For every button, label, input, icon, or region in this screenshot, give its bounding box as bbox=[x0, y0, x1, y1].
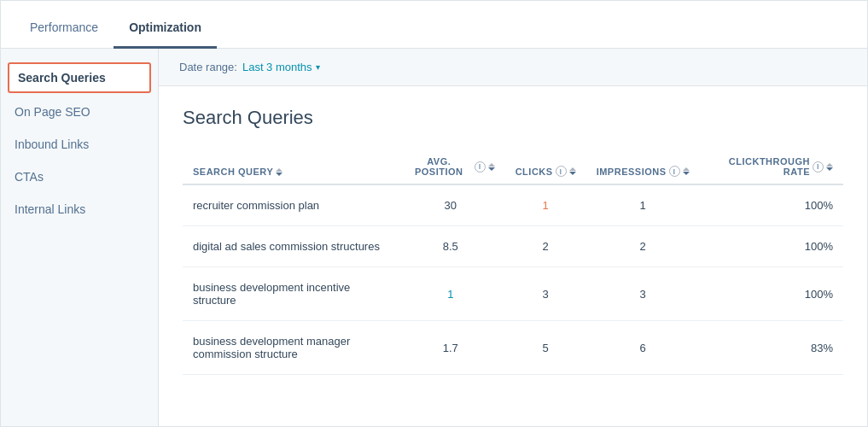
cell-impressions: 3 bbox=[586, 267, 700, 321]
tab-bar: Performance Optimization bbox=[1, 1, 867, 49]
sort-search-query-icon[interactable] bbox=[276, 168, 283, 176]
content-panel: Date range: Last 3 months ▾ Search Queri… bbox=[159, 49, 867, 426]
main-area: Search Queries On Page SEO Inbound Links… bbox=[1, 49, 867, 426]
table-area: Search Queries SEARCH QUERY bbox=[159, 86, 867, 426]
sidebar: Search Queries On Page SEO Inbound Links… bbox=[1, 49, 159, 426]
sort-clicks-icon[interactable] bbox=[569, 167, 576, 175]
date-range-bar: Date range: Last 3 months ▾ bbox=[159, 49, 867, 86]
cell-search-query: recruiter commission plan bbox=[183, 184, 396, 226]
cell-impressions: 2 bbox=[586, 226, 700, 267]
sidebar-item-on-page-seo[interactable]: On Page SEO bbox=[1, 97, 158, 127]
cell-clickthrough-rate: 100% bbox=[700, 226, 843, 267]
sidebar-item-inbound-links[interactable]: Inbound Links bbox=[1, 129, 158, 160]
cell-clickthrough-rate: 100% bbox=[700, 184, 843, 226]
clickthrough-info-icon[interactable]: i bbox=[813, 161, 824, 173]
sort-avg-position-icon[interactable] bbox=[488, 163, 495, 171]
sidebar-item-internal-links[interactable]: Internal Links bbox=[1, 194, 158, 225]
table-row: recruiter commission plan3011100% bbox=[183, 184, 843, 226]
cell-avg-position: 1 bbox=[396, 267, 505, 321]
tab-optimization[interactable]: Optimization bbox=[114, 9, 217, 49]
col-header-clicks: CLICKS i bbox=[505, 149, 586, 184]
date-range-label: Date range: bbox=[179, 61, 237, 73]
clicks-info-icon[interactable]: i bbox=[556, 166, 567, 177]
chevron-down-icon: ▾ bbox=[316, 62, 320, 72]
cell-avg-position: 8.5 bbox=[396, 226, 505, 267]
col-label-clickthrough-rate: CLICKTHROUGH RATE bbox=[710, 156, 810, 177]
avg-position-value: 1 bbox=[447, 288, 453, 301]
cell-search-query: digital ad sales commission structures bbox=[183, 226, 396, 267]
cell-avg-position: 1.7 bbox=[396, 321, 505, 375]
app-container: Performance Optimization Search Queries … bbox=[0, 0, 868, 427]
col-header-avg-position: AVG. POSITION i bbox=[396, 149, 505, 184]
sidebar-item-ctas[interactable]: CTAs bbox=[1, 161, 158, 192]
date-range-value-text: Last 3 months bbox=[242, 61, 312, 73]
col-label-search-query: SEARCH QUERY bbox=[193, 167, 273, 177]
cell-clicks: 5 bbox=[505, 321, 586, 375]
col-header-clickthrough-rate: CLICKTHROUGH RATE i bbox=[700, 149, 843, 184]
table-row: digital ad sales commission structures8.… bbox=[183, 226, 843, 267]
avg-position-info-icon[interactable]: i bbox=[475, 161, 486, 173]
cell-impressions: 1 bbox=[586, 184, 700, 226]
cell-clicks: 2 bbox=[505, 226, 586, 267]
cell-search-query: business development manager commis­sion… bbox=[183, 321, 396, 375]
cell-clicks: 3 bbox=[505, 267, 586, 321]
col-label-impressions: IMPRESSIONS bbox=[597, 167, 667, 177]
cell-avg-position: 30 bbox=[396, 184, 505, 226]
tab-performance[interactable]: Performance bbox=[15, 9, 114, 49]
table-title: Search Queries bbox=[183, 107, 843, 129]
table-row: business development incentive structure… bbox=[183, 267, 843, 321]
col-label-avg-position: AVG. POSITION bbox=[406, 156, 472, 177]
cell-clickthrough-rate: 83% bbox=[700, 321, 843, 375]
sort-clickthrough-icon[interactable] bbox=[826, 163, 833, 171]
cell-clicks: 1 bbox=[505, 184, 586, 226]
table-header-row: SEARCH QUERY AVG. POSITION bbox=[183, 149, 843, 184]
col-header-impressions: IMPRESSIONS i bbox=[586, 149, 700, 184]
sidebar-item-search-queries[interactable]: Search Queries bbox=[8, 62, 151, 93]
date-range-dropdown[interactable]: Last 3 months ▾ bbox=[242, 61, 320, 73]
sort-impressions-icon[interactable] bbox=[683, 167, 690, 175]
cell-impressions: 6 bbox=[586, 321, 700, 375]
impressions-info-icon[interactable]: i bbox=[669, 166, 680, 177]
clicks-value: 1 bbox=[543, 199, 549, 212]
cell-search-query: business development incentive structure bbox=[183, 267, 396, 321]
search-queries-table: SEARCH QUERY AVG. POSITION bbox=[183, 149, 843, 375]
col-label-clicks: CLICKS bbox=[516, 167, 553, 177]
cell-clickthrough-rate: 100% bbox=[700, 267, 843, 321]
col-header-search-query: SEARCH QUERY bbox=[183, 149, 396, 184]
table-row: business development manager commis­sion… bbox=[183, 321, 843, 375]
